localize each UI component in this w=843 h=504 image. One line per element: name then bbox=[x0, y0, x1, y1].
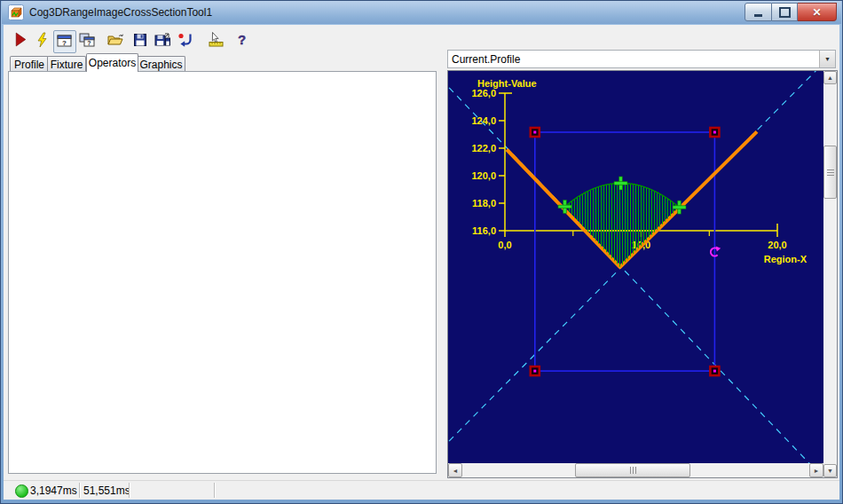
reset-icon bbox=[177, 32, 193, 50]
tab-fixture[interactable]: Fixture bbox=[47, 56, 86, 72]
result-ok-icon bbox=[15, 484, 28, 498]
thumb-grip bbox=[827, 172, 834, 173]
x-axis-title: Region-X bbox=[764, 254, 808, 264]
tool-window: Cog3DRangeImageCrossSectionTool1 ✕ ??? P… bbox=[0, 0, 843, 504]
titlebar[interactable]: Cog3DRangeImageCrossSectionTool1 ✕ bbox=[2, 1, 841, 24]
save-record-button[interactable] bbox=[152, 30, 173, 51]
calibrate-icon bbox=[207, 32, 226, 50]
x-tick-label: 0,0 bbox=[498, 240, 511, 250]
run-button[interactable] bbox=[10, 30, 31, 51]
y-tick-label: 118,0 bbox=[472, 198, 496, 209]
y-tick-label: 120,0 bbox=[471, 170, 496, 181]
help-icon: ? bbox=[236, 32, 248, 50]
scroll-thumb[interactable] bbox=[823, 146, 837, 199]
profile-chart[interactable]: 116,0118,0120,0122,0124,0126,00,010,020,… bbox=[448, 71, 823, 463]
window-title: Cog3DRangeImageCrossSectionTool1 bbox=[29, 6, 212, 19]
statusbar-separator bbox=[79, 483, 81, 498]
chevron-down-icon[interactable]: ▼ bbox=[819, 51, 835, 67]
open-icon bbox=[106, 33, 124, 50]
maximize-icon bbox=[779, 7, 791, 18]
total-time: 51,551ms bbox=[83, 484, 126, 497]
operators-tab-page bbox=[8, 71, 437, 474]
cross-section-plot: 116,0118,0120,0122,0124,0126,00,010,020,… bbox=[448, 71, 823, 463]
svg-text:?: ? bbox=[237, 32, 245, 47]
reset-button[interactable] bbox=[175, 30, 196, 51]
x-tick-label: 20,0 bbox=[768, 240, 786, 250]
status-bar: 3,1947ms 51,551ms bbox=[4, 480, 839, 500]
save-button[interactable] bbox=[130, 30, 151, 51]
trigger-icon bbox=[35, 32, 50, 51]
y-tick-label: 124,0 bbox=[471, 115, 496, 126]
minimize-icon bbox=[754, 14, 762, 17]
save-icon bbox=[133, 33, 147, 50]
trigger-button[interactable] bbox=[32, 30, 53, 51]
tab-profile[interactable]: Profile bbox=[10, 56, 49, 72]
close-button[interactable]: ✕ bbox=[798, 3, 837, 21]
calibrate-button[interactable] bbox=[206, 30, 227, 51]
y-tick-label: 122,0 bbox=[471, 143, 496, 154]
profile-selector-value: Current.Profile bbox=[448, 53, 819, 66]
open-button[interactable] bbox=[105, 30, 126, 51]
float-window-icon: ? bbox=[79, 33, 95, 50]
run-icon bbox=[13, 32, 28, 50]
chart-frame: 116,0118,0120,0122,0124,0126,00,010,020,… bbox=[447, 70, 838, 478]
y-axis-title: Height-Value bbox=[477, 78, 537, 89]
tool-cube-icon bbox=[8, 4, 24, 20]
electric-window-icon: ? bbox=[57, 34, 73, 51]
scroll-down-button[interactable]: ▼ bbox=[823, 464, 837, 477]
minimize-button[interactable] bbox=[745, 3, 772, 21]
y-tick-label: 116,0 bbox=[472, 225, 496, 236]
electric-window-button[interactable]: ? bbox=[53, 30, 76, 53]
float-window-button[interactable]: ? bbox=[76, 30, 98, 51]
scroll-up-button[interactable]: ▲ bbox=[823, 71, 837, 84]
help-button[interactable]: ? bbox=[231, 30, 252, 51]
scroll-left-button[interactable]: ◄ bbox=[448, 463, 462, 477]
process-time: 3,1947ms bbox=[30, 484, 75, 497]
svg-text:?: ? bbox=[87, 40, 91, 46]
statusbar-separator bbox=[214, 483, 216, 498]
close-icon: ✕ bbox=[812, 6, 821, 19]
scroll-thumb[interactable] bbox=[575, 463, 690, 477]
tab-graphics[interactable]: Graphics bbox=[137, 56, 185, 72]
profile-selector[interactable]: Current.Profile ▼ bbox=[447, 50, 836, 68]
tab-operators[interactable]: Operators bbox=[86, 53, 138, 72]
chart-hscrollbar[interactable]: ◄► bbox=[448, 463, 823, 477]
scroll-right-button[interactable]: ► bbox=[809, 463, 823, 477]
thumb-grip bbox=[633, 467, 634, 474]
maximize-button[interactable] bbox=[772, 3, 798, 21]
save-record-icon bbox=[154, 33, 170, 50]
svg-text:?: ? bbox=[62, 39, 67, 47]
y-tick-label: 126,0 bbox=[471, 88, 496, 98]
chart-vscrollbar[interactable]: ▲▼ bbox=[823, 71, 837, 477]
statusbar-separator bbox=[129, 483, 130, 498]
